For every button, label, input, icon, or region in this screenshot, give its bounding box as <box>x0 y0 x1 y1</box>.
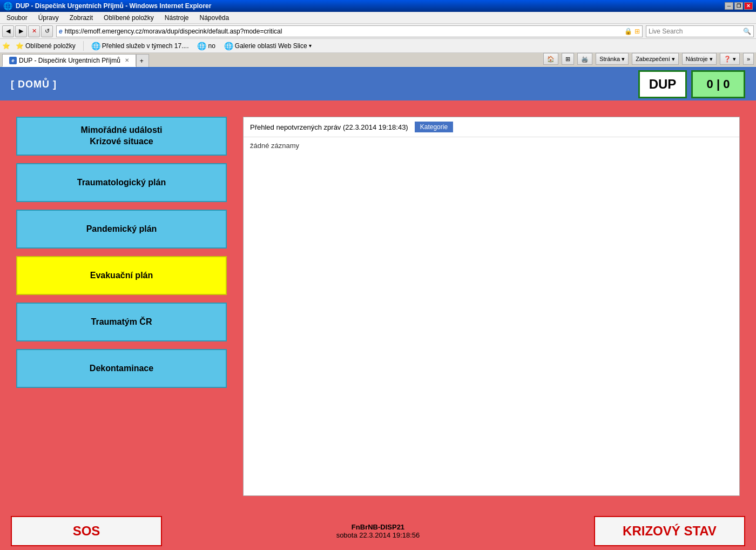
menu-zobrazit[interactable]: Zobrazit <box>65 13 97 23</box>
menu-bar: Soubor Úpravy Zobrazit Oblíbené položky … <box>0 12 756 24</box>
header-domain[interactable]: [ DOMŮ ] <box>11 79 57 90</box>
search-input[interactable] <box>649 28 742 35</box>
menu-upravy[interactable]: Úpravy <box>34 13 63 23</box>
feed-icon: ⊞ <box>634 28 640 35</box>
close-button[interactable]: ✕ <box>744 2 753 10</box>
bookmark-galerie-icon: 🌐 <box>224 42 233 50</box>
kategorie-button[interactable]: Kategorie <box>415 122 453 132</box>
menu-napoveda[interactable]: Nápověda <box>195 13 234 23</box>
search-container: 🔍 <box>646 25 754 37</box>
refresh-button[interactable]: ↺ <box>41 25 53 37</box>
search-icon[interactable]: 🔍 <box>743 28 751 35</box>
print-button[interactable]: 🖨️ <box>577 53 592 65</box>
krizovy-stav-button[interactable]: KRIZOVÝ STAV <box>594 516 745 546</box>
dup-badge: DUP <box>638 70 687 98</box>
footer-center: FnBrNB-DISP21 sobota 22.3.2014 19:18:56 <box>336 523 420 539</box>
tools-button[interactable]: Nástroje ▾ <box>682 53 717 65</box>
date-time: sobota 22.3.2014 19:18:56 <box>336 531 420 539</box>
title-bar: 🌐 DUP - Dispečink Urgentních Příjmů - Wi… <box>0 0 756 12</box>
bookmark-prehled-label: Přehled služeb v týmech 17.... <box>102 42 189 50</box>
bookmarks-bar: ⭐ ⭐ Oblíbené položky 🌐 Přehled služeb v … <box>0 39 756 53</box>
server-name: FnBrNB-DISP21 <box>336 523 420 531</box>
app-wrapper: [ DOMŮ ] DUP 0 | 0 Mimořádné události Kr… <box>0 68 756 550</box>
btn-evakuacni-plan[interactable]: Evakuační plán <box>16 256 227 295</box>
minimize-button[interactable]: ─ <box>725 2 733 10</box>
bookmark-no-label: no <box>208 42 215 50</box>
bookmark-prehled-icon: 🌐 <box>91 42 100 50</box>
header-right: DUP 0 | 0 <box>638 70 745 98</box>
panel-title: Přehled nepotvrzených zpráv (22.3.2014 1… <box>250 123 408 131</box>
nav-bar: ◀ ▶ ✕ ↺ e 🔒 ⊞ 🔍 <box>0 24 756 39</box>
extra-button[interactable]: » <box>743 53 754 65</box>
count-badge: 0 | 0 <box>691 70 745 98</box>
address-input[interactable] <box>65 28 622 35</box>
bookmark-no[interactable]: 🌐 no <box>194 41 218 51</box>
bookmark-galerie-label: Galerie oblasti Web Slice <box>235 42 307 50</box>
help-button[interactable]: ❓ ▾ <box>720 53 740 65</box>
window-title: DUP - Dispečink Urgentních Příjmů - Wind… <box>16 2 211 10</box>
ie-icon: e <box>59 28 63 35</box>
menu-soubor[interactable]: Soubor <box>2 13 32 23</box>
tab-label: DUP - Dispečink Urgentních Příjmů <box>19 57 120 64</box>
btn-pandemicky-plan[interactable]: Pandemický plán <box>16 210 227 249</box>
title-bar-left: 🌐 DUP - Dispečink Urgentních Příjmů - Wi… <box>3 2 211 10</box>
bookmark-no-icon: 🌐 <box>197 42 206 50</box>
webslice-indicator: ▾ <box>309 43 312 49</box>
star-icon: ⭐ <box>16 42 24 50</box>
oblibene-label: Oblíbené položky <box>25 42 76 50</box>
title-bar-controls: ─ ❐ ✕ <box>725 2 753 10</box>
bookmark-prehled[interactable]: 🌐 Přehled služeb v týmech 17.... <box>88 41 192 51</box>
btn-mimoradne-udalosti[interactable]: Mimořádné události Krizové situace <box>16 117 227 156</box>
tabs-bar: e DUP - Dispečink Urgentních Příjmů ✕ + … <box>0 53 756 68</box>
app-header: [ DOMŮ ] DUP 0 | 0 <box>0 68 756 100</box>
messages-panel: Přehled nepotvrzených zpráv (22.3.2014 1… <box>243 117 740 496</box>
sos-button[interactable]: SOS <box>11 516 162 546</box>
tab-new[interactable]: + <box>136 54 149 67</box>
btn-traumatym-cr[interactable]: Traumatým ČR <box>16 303 227 341</box>
panel-header: Přehled nepotvrzených zpráv (22.3.2014 1… <box>244 117 739 137</box>
tab-favicon: e <box>9 57 17 64</box>
menu-nastroje[interactable]: Nástroje <box>160 13 193 23</box>
page-button[interactable]: Stránka ▾ <box>596 53 629 65</box>
empty-message: žádné záznamy <box>250 142 299 150</box>
back-button[interactable]: ◀ <box>2 25 14 37</box>
bookmark-oblibene[interactable]: ⭐ Oblíbené položky <box>12 41 79 51</box>
bookmark-galerie[interactable]: 🌐 Galerie oblasti Web Slice ▾ <box>221 41 315 51</box>
toolbar-right: 🏠 ⊞ 🖨️ Stránka ▾ Zabezpečení ▾ Nástroje … <box>543 53 754 67</box>
menu-oblibene[interactable]: Oblíbené položky <box>99 13 158 23</box>
restore-button[interactable]: ❐ <box>734 2 743 10</box>
footer: SOS FnBrNB-DISP21 sobota 22.3.2014 19:18… <box>0 512 756 550</box>
forward-button[interactable]: ▶ <box>15 25 27 37</box>
btn-dekontaminace[interactable]: Dekontaminace <box>16 349 227 388</box>
left-panel: Mimořádné události Krizové situace Traum… <box>16 111 227 501</box>
feeds-button[interactable]: ⊞ <box>562 53 574 65</box>
main-content: Mimořádné události Krizové situace Traum… <box>0 100 756 512</box>
tab-dup[interactable]: e DUP - Dispečink Urgentních Příjmů ✕ <box>2 54 136 67</box>
stop-button[interactable]: ✕ <box>28 25 40 37</box>
home-button[interactable]: 🏠 <box>543 53 558 65</box>
address-bar-container: e 🔒 ⊞ <box>56 25 643 37</box>
browser-icon: 🌐 <box>3 2 12 10</box>
security-button[interactable]: Zabezpečení ▾ <box>632 53 679 65</box>
lock-icon: 🔒 <box>624 28 632 35</box>
btn-traumatologicky-plan[interactable]: Traumatologický plán <box>16 163 227 202</box>
panel-body: žádné záznamy <box>244 137 739 495</box>
tab-close-icon[interactable]: ✕ <box>125 57 129 63</box>
